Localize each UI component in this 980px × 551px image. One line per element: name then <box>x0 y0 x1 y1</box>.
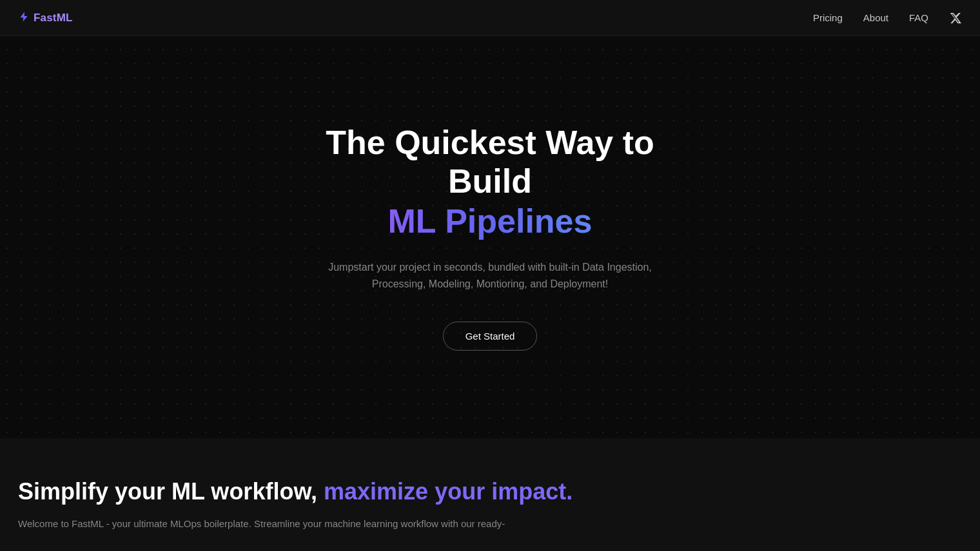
nav-pricing[interactable]: Pricing <box>813 12 843 23</box>
hero-title-line1: The Quickest Way to Build <box>280 124 700 201</box>
hero-subtitle: Jumpstart your project in seconds, bundl… <box>280 259 700 293</box>
get-started-button[interactable]: Get Started <box>443 322 538 351</box>
x-twitter-icon[interactable] <box>949 12 962 24</box>
lower-section-subtitle: Welcome to FastML - your ultimate MLOps … <box>18 516 560 532</box>
nav-about[interactable]: About <box>863 12 888 23</box>
hero-title-line2: ML Pipelines <box>280 202 700 241</box>
bolt-icon <box>18 11 30 25</box>
lower-section: Simplify your ML workflow, maximize your… <box>0 438 980 551</box>
logo-text: FastML <box>34 12 73 24</box>
nav-links: Pricing About FAQ <box>813 12 962 24</box>
hero-section: The Quickest Way to Build ML Pipelines J… <box>0 0 980 438</box>
navbar: FastML Pricing About FAQ <box>0 0 980 36</box>
lower-section-title: Simplify your ML workflow, maximize your… <box>18 477 962 507</box>
nav-faq[interactable]: FAQ <box>909 12 928 23</box>
hero-content: The Quickest Way to Build ML Pipelines J… <box>264 124 716 350</box>
logo-link[interactable]: FastML <box>18 11 73 25</box>
